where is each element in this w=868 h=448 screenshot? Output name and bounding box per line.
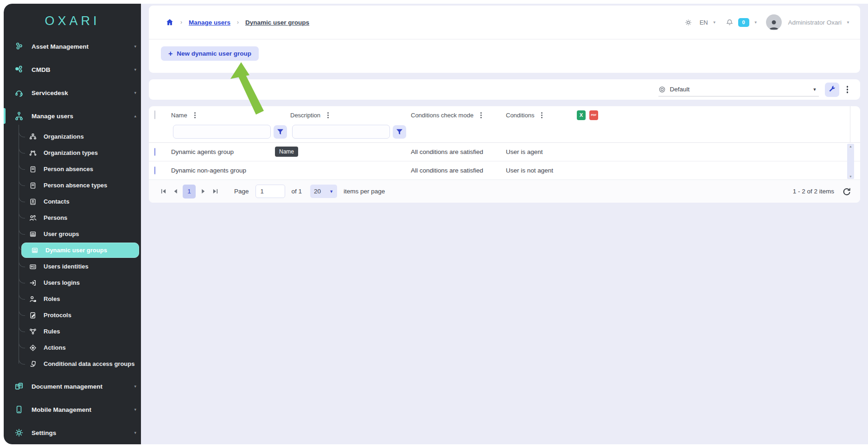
breadcrumb-current-page[interactable]: Dynamic user groups (245, 19, 309, 26)
name-filter-button[interactable] (274, 125, 287, 139)
items-per-page-label: items per page (344, 188, 385, 195)
header-controls: EN ▼ 0 ▼ Administrator Oxari ▼ (684, 14, 850, 30)
last-page-button[interactable] (209, 185, 221, 198)
previous-page-button[interactable] (169, 185, 181, 198)
id-card-icon (29, 262, 37, 271)
breadcrumb-separator: › (180, 19, 182, 26)
sidebar-item-rules[interactable]: Rules (4, 323, 141, 339)
chevron-down-icon: ▾ (134, 67, 136, 72)
actions-row: + New dynamic user group (149, 39, 860, 61)
column-menu-icon[interactable] (326, 111, 330, 120)
column-menu-icon[interactable] (540, 111, 544, 120)
view-selector[interactable]: Default ▼ (658, 83, 819, 96)
refresh-icon[interactable] (842, 186, 852, 197)
sidebar-item-mobile-management[interactable]: Mobile Management▾ (4, 398, 141, 421)
grid-toolbar: Default ▼ (149, 79, 860, 100)
next-page-button[interactable] (197, 185, 209, 198)
sidebar-item-protocols[interactable]: Protocols (4, 307, 141, 323)
page-size-select[interactable]: 20 ▼ (310, 185, 337, 198)
table-row[interactable]: Dynamic agents groupAll conditions are s… (149, 143, 860, 161)
grid-settings-button[interactable] (825, 83, 839, 97)
breadcrumb-link-manage-users[interactable]: Manage users (189, 19, 230, 26)
export-pdf-icon[interactable]: PDF (589, 110, 598, 120)
sidebar-item-document-management[interactable]: Document management▾ (4, 375, 141, 398)
sidebar-item-person-absences[interactable]: Person absences (4, 161, 141, 177)
sidebar-item-label: Organization types (44, 149, 98, 156)
sidebar-submenu-manage-users: OrganizationsOrganization typesPerson ab… (4, 128, 141, 375)
user-menu-caret-icon[interactable]: ▼ (846, 20, 850, 25)
notification-bell-icon[interactable] (726, 19, 734, 26)
sidebar-item-servicedesk[interactable]: Servicedesk▾ (4, 81, 141, 104)
chevron-down-icon: ▾ (134, 430, 136, 435)
page-number-input[interactable] (255, 185, 285, 198)
headset-icon (14, 88, 24, 98)
book-icon (29, 181, 37, 190)
sidebar-item-label: Servicedesk (32, 90, 68, 96)
new-dynamic-user-group-button[interactable]: + New dynamic user group (161, 46, 259, 61)
page-1-button[interactable]: 1 (183, 185, 196, 198)
sidebar-item-manage-users[interactable]: Manage users▴ (4, 104, 141, 128)
sidebar-item-user-groups[interactable]: User groups (4, 226, 141, 242)
sidebar-item-label: Asset Management (32, 43, 89, 50)
org-people-icon (14, 111, 24, 121)
sidebar-item-users-identities[interactable]: Users identities (4, 258, 141, 275)
sidebar-item-label: Contacts (44, 198, 70, 205)
grid-menu-button[interactable] (843, 83, 852, 96)
sidebar-item-persons[interactable]: Persons (4, 210, 141, 226)
sidebar-item-label: Person absences (44, 166, 93, 173)
name-filter-input[interactable] (173, 125, 271, 139)
header-card: › Manage users › Dynamic user groups EN … (149, 6, 860, 73)
description-filter-button[interactable] (393, 125, 406, 139)
sidebar-item-person-absence-types[interactable]: Person absence types (4, 177, 141, 193)
sidebar-item-contacts[interactable]: Contacts (4, 193, 141, 210)
sidebar-item-conditional-data-access-groups[interactable]: Conditional data access groups (4, 356, 141, 372)
vertical-scrollbar[interactable]: ▲ ▼ (847, 144, 854, 179)
chevron-down-icon: ▾ (134, 407, 136, 412)
notification-count-badge[interactable]: 0 (738, 18, 749, 27)
sidebar-item-users-logins[interactable]: Users logins (4, 275, 141, 291)
home-icon[interactable] (166, 18, 174, 26)
grid-body: Dynamic agents groupAll conditions are s… (149, 143, 860, 180)
language-caret-icon[interactable]: ▼ (713, 20, 716, 25)
table-row[interactable]: Dynamic non-agents groupAll conditions a… (149, 161, 860, 180)
chevron-up-icon: ▴ (134, 114, 136, 118)
scroll-up-icon[interactable]: ▲ (849, 145, 852, 148)
sidebar-item-dynamic-user-groups[interactable]: Dynamic user groups (4, 242, 141, 258)
export-excel-icon[interactable]: X (577, 110, 586, 120)
items-range-label: 1 - 2 of 2 items (793, 188, 834, 195)
sidebar-item-actions[interactable]: Actions (4, 339, 141, 356)
app-logo: OXARI (4, 4, 141, 35)
notification-caret-icon[interactable]: ▼ (754, 20, 758, 25)
row-checkbox[interactable] (154, 148, 155, 156)
sidebar-item-label: Settings (32, 429, 56, 436)
login-icon (29, 279, 37, 287)
sidebar-item-roles[interactable]: Roles (4, 291, 141, 307)
sidebar-item-organizations[interactable]: Organizations (4, 128, 141, 145)
gear-icon (14, 428, 24, 438)
description-filter-input[interactable] (292, 125, 390, 139)
select-all-checkbox[interactable] (154, 110, 155, 119)
column-menu-icon[interactable] (193, 111, 197, 120)
column-menu-icon[interactable] (479, 111, 483, 120)
language-selector[interactable]: EN (700, 19, 708, 26)
target-icon (29, 344, 37, 352)
sidebar-item-organization-types[interactable]: Organization types (4, 145, 141, 161)
first-page-button[interactable] (157, 185, 169, 198)
settings-gear-icon[interactable] (684, 19, 692, 26)
contact-card-icon (29, 198, 37, 206)
user-group-icon (31, 246, 39, 255)
row-checkbox[interactable] (154, 166, 155, 174)
page-size-caret-icon: ▼ (329, 189, 333, 194)
cell-conditions: User is not agent (506, 167, 577, 174)
user-avatar[interactable] (766, 14, 782, 30)
sidebar-item-cmdb[interactable]: CMDB▾ (4, 58, 141, 81)
view-selector-value: Default (670, 86, 690, 93)
scroll-down-icon[interactable]: ▼ (849, 175, 852, 178)
data-grid: Name Description Conditions check mode C… (149, 106, 860, 203)
sidebar-item-label: Conditional data access groups (44, 360, 135, 367)
sidebar-item-label: Person absence types (44, 182, 107, 189)
sidebar-item-asset-management[interactable]: Asset Management▾ (4, 35, 141, 58)
column-header-name: Name (171, 111, 290, 120)
sidebar-item-settings[interactable]: Settings▾ (4, 421, 141, 444)
funnel-icon (396, 129, 402, 135)
